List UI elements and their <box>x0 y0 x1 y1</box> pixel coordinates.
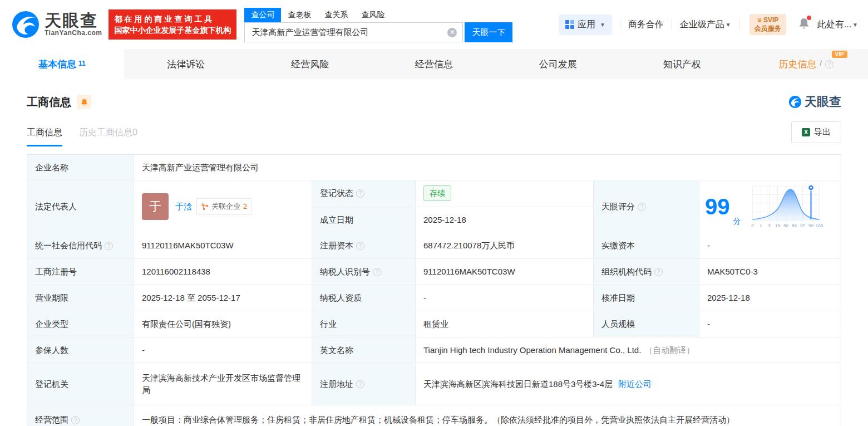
field-label: 登记机关 <box>27 363 134 405</box>
header-nav: 应用 ▼ 商务合作 企业级产品 ▼ ♛SVIP 会员服务 <box>559 14 858 35</box>
tab-legal-proceedings[interactable]: 法律诉讼 <box>124 49 248 79</box>
search-tab-risk[interactable]: 查风险 <box>354 8 391 22</box>
related-companies-badge[interactable]: 关联企业 2 <box>196 198 252 215</box>
user-menu[interactable]: 此处有... ▼ <box>817 19 858 31</box>
subscribe-bell-icon[interactable] <box>77 95 91 109</box>
help-icon[interactable]: ? <box>356 380 364 388</box>
help-icon[interactable]: ? <box>638 203 646 211</box>
svg-text:99: 99 <box>808 223 813 228</box>
score-distribution-chart: 0 1 3 15 50 85 97 99 100 <box>744 183 827 231</box>
divider <box>739 19 739 30</box>
vip-badge: VIP <box>832 51 847 58</box>
help-icon[interactable]: ? <box>71 416 80 424</box>
field-label: 人员规模 <box>594 311 699 337</box>
search-button[interactable]: 天眼一下 <box>465 22 512 42</box>
svip-member-badge[interactable]: ♛SVIP 会员服务 <box>749 14 786 35</box>
brand-name: 天眼查 <box>45 12 102 29</box>
field-label: 工商注册号 <box>27 259 134 285</box>
tianyancha-logo-icon <box>11 10 40 39</box>
credit-code-value: 91120116MAK50TC03W <box>134 233 312 258</box>
promo-line2: 国家中小企业发展子基金旗下机构 <box>114 25 231 36</box>
field-label: 注册资本? <box>312 233 416 258</box>
legal-rep-link[interactable]: 于浛 <box>175 200 192 213</box>
staff-size-value: - <box>699 311 841 337</box>
score-cell: 99 分 <box>699 180 841 233</box>
table-row: 参保人数 - 英文名称 Tianjin High tech Industry O… <box>27 337 841 363</box>
reg-address-value: 天津滨海高新区滨海科技园日新道188号3号楼3-4层 附近公司 <box>416 363 841 405</box>
subtab-business-info[interactable]: 工商信息 <box>27 127 62 146</box>
tab-operating-info[interactable]: 经营信息 <box>372 49 496 79</box>
search-tab-boss[interactable]: 查老板 <box>281 8 318 22</box>
tab-history-info[interactable]: VIP 历史信息 7 ? <box>744 49 868 79</box>
table-row: 经营范围? 一般项目：商业综合体管理服务；住房租赁；非居住房地产租赁；机械设备租… <box>27 405 841 426</box>
chevron-down-icon: ▼ <box>726 22 731 28</box>
clear-icon[interactable]: ✕ <box>447 28 457 37</box>
field-label: 天眼评分? <box>594 180 699 233</box>
help-icon[interactable]: ? <box>356 242 364 250</box>
help-icon[interactable]: ? <box>356 189 364 198</box>
excel-icon: X <box>802 128 810 136</box>
tianyancha-logo[interactable]: 天眼查 TianYanCha.com <box>11 10 102 39</box>
apps-menu[interactable]: 应用 ▼ <box>559 14 612 35</box>
search-area: 查公司 查老板 查关系 查风险 ✕ 天眼一下 <box>244 7 512 42</box>
svg-text:3: 3 <box>768 223 771 228</box>
search-tab-company[interactable]: 查公司 <box>244 8 281 22</box>
help-icon[interactable]: ? <box>825 60 834 68</box>
svg-text:1: 1 <box>760 223 762 228</box>
table-row: 企业名称 天津高新产业运营管理有限公司 <box>27 155 841 180</box>
legal-rep-avatar[interactable]: 于 <box>142 193 169 220</box>
notification-dot <box>807 16 811 20</box>
notification-bell-icon[interactable] <box>798 17 810 32</box>
search-tab-relation[interactable]: 查关系 <box>318 8 354 22</box>
table-row: 法定代表人 于 于浛 关联企业 2 <box>27 180 841 233</box>
field-label: 纳税人资质 <box>312 285 416 311</box>
status-badge: 存续 <box>423 185 451 201</box>
main-content: 工商信息 天眼查 工商信息 历史工商信息0 X 导出 <box>0 79 868 426</box>
related-icon <box>201 203 209 210</box>
field-label: 经营范围? <box>27 405 134 426</box>
help-icon[interactable]: ? <box>654 268 663 276</box>
nav-enterprise-products[interactable]: 企业级产品 ▼ <box>680 19 731 31</box>
search-input[interactable] <box>245 28 447 37</box>
paid-capital-value: - <box>699 233 841 258</box>
field-label: 登记状态? <box>312 180 416 207</box>
table-row: 登记机关 天津滨海高新技术产业开发区市场监督管理局 注册地址? 天津滨海高新区滨… <box>27 363 841 405</box>
chevron-down-icon: ▼ <box>852 22 858 28</box>
field-label: 注册地址? <box>312 363 416 405</box>
legal-rep-cell: 于 于浛 关联企业 2 <box>134 180 312 233</box>
tianyancha-watermark: 天眼查 <box>788 94 841 110</box>
table-row: 营业期限 2025-12-18 至 2055-12-17 纳税人资质 - 核准日… <box>27 285 841 311</box>
tab-operating-risk[interactable]: 经营风险 <box>248 49 372 79</box>
divider <box>620 19 620 30</box>
svg-text:50: 50 <box>783 223 788 228</box>
company-name-value: 天津高新产业运营管理有限公司 <box>134 155 841 180</box>
field-label: 参保人数 <box>27 337 134 363</box>
tab-company-development[interactable]: 公司发展 <box>496 49 620 79</box>
subtab-history-business-info[interactable]: 历史工商信息0 <box>79 127 137 146</box>
business-term-value: 2025-12-18 至 2055-12-17 <box>134 285 312 311</box>
tab-intellectual-property[interactable]: 知识产权 <box>620 49 744 79</box>
promo-banner: 都在用的商业查询工具 国家中小企业发展子基金旗下机构 <box>108 9 236 40</box>
svg-text:85: 85 <box>792 223 797 228</box>
business-info-table: 企业名称 天津高新产业运营管理有限公司 法定代表人 于 于浛 <box>27 154 841 426</box>
approval-date-value: 2025-12-18 <box>699 285 841 311</box>
help-icon[interactable]: ? <box>373 268 381 276</box>
establish-date-value: 2025-12-18 <box>416 207 594 233</box>
svg-text:0: 0 <box>751 223 754 228</box>
help-icon[interactable]: ? <box>105 242 113 250</box>
export-button[interactable]: X 导出 <box>791 121 841 143</box>
field-label: 行业 <box>312 311 416 337</box>
business-scope-value: 一般项目：商业综合体管理服务；住房租赁；非居住房地产租赁；机械设备租赁；停车场服… <box>134 405 841 426</box>
svg-text:97: 97 <box>800 223 805 228</box>
nav-business-coop[interactable]: 商务合作 <box>628 19 664 31</box>
divider <box>672 19 672 30</box>
score-value: 99 <box>705 195 730 218</box>
search-tabs: 查公司 查老板 查关系 查风险 <box>244 7 512 22</box>
tab-basic-info[interactable]: 基本信息 11 <box>0 49 124 79</box>
nearby-companies-link[interactable]: 附近公司 <box>618 378 652 390</box>
svg-text:15: 15 <box>775 223 780 228</box>
search-box: ✕ <box>244 22 463 42</box>
english-name-value: Tianjin High tech Industry Operation Man… <box>416 337 841 363</box>
field-label: 法定代表人 <box>27 180 134 233</box>
crown-icon: ♛ <box>757 17 762 23</box>
